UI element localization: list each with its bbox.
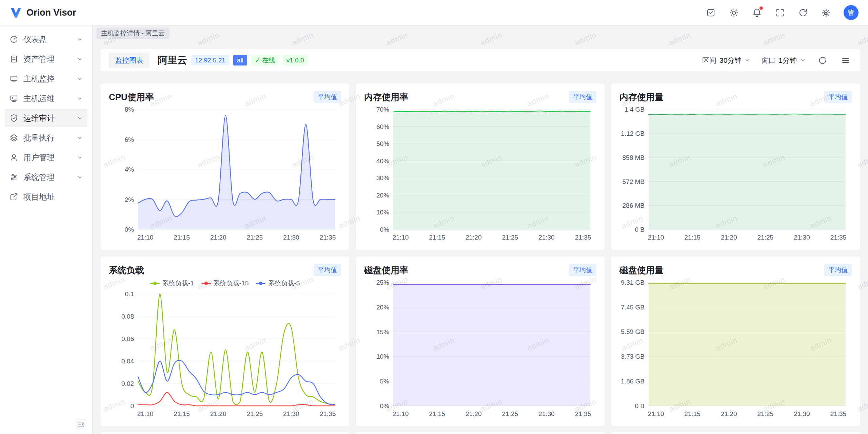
svg-text:5%: 5% bbox=[380, 378, 390, 385]
theme-toggle-button[interactable] bbox=[728, 7, 739, 18]
interval-select[interactable]: 区间 30分钟 bbox=[702, 56, 750, 65]
chart-title: CPU使用率 bbox=[109, 91, 154, 103]
host-name: 阿里云 bbox=[158, 54, 187, 67]
disk-usage-amount-chart: 0 B1.86 GB3.73 GB5.59 GB7.45 GB9.31 GB21… bbox=[619, 278, 852, 420]
sidebar-item-host-monitor[interactable]: 主机监控 bbox=[5, 70, 87, 88]
refresh-button[interactable] bbox=[797, 7, 808, 18]
layers-icon bbox=[9, 133, 18, 142]
check-icon: ✓ bbox=[255, 56, 260, 64]
svg-text:21:35: 21:35 bbox=[575, 234, 591, 241]
monitor-icon bbox=[9, 74, 18, 83]
notifications-button[interactable] bbox=[751, 7, 762, 18]
legend-label: 系统负载-15 bbox=[214, 279, 249, 288]
chevron-down-icon bbox=[77, 115, 83, 121]
legend-marker bbox=[256, 283, 265, 284]
check-square-icon bbox=[706, 8, 716, 18]
breadcrumb[interactable]: 主机监控详情 - 阿里云 bbox=[97, 27, 169, 39]
svg-text:21:30: 21:30 bbox=[538, 410, 555, 417]
sidebar-item-dashboard[interactable]: 仪表盘 bbox=[5, 30, 87, 49]
svg-text:21:15: 21:15 bbox=[429, 410, 445, 417]
svg-text:0.1: 0.1 bbox=[125, 290, 134, 298]
svg-text:50%: 50% bbox=[376, 140, 389, 147]
chart-title: 磁盘使用量 bbox=[619, 264, 664, 276]
chevron-down-icon bbox=[77, 96, 83, 101]
svg-text:0 B: 0 B bbox=[635, 402, 645, 410]
sidebar-item-host-ops[interactable]: 主机运维 bbox=[5, 89, 87, 108]
sidebar-item-assets[interactable]: 资产管理 bbox=[5, 50, 87, 68]
check-square-button[interactable] bbox=[705, 7, 716, 18]
gear-icon bbox=[821, 8, 831, 18]
svg-text:10%: 10% bbox=[376, 353, 389, 360]
settings-button[interactable] bbox=[821, 7, 831, 18]
legend-marker bbox=[201, 283, 211, 284]
chevron-down-icon bbox=[77, 155, 83, 161]
average-badge: 平均值 bbox=[824, 264, 852, 276]
window-select[interactable]: 窗口 1分钟 bbox=[761, 56, 806, 65]
svg-text:8%: 8% bbox=[125, 106, 134, 113]
sidebar-item-label: 批量执行 bbox=[23, 133, 77, 143]
svg-text:1.12 GB: 1.12 GB bbox=[621, 130, 645, 137]
svg-text:40%: 40% bbox=[376, 157, 389, 165]
svg-text:21:20: 21:20 bbox=[721, 234, 737, 241]
svg-text:21:20: 21:20 bbox=[466, 410, 482, 417]
sidebar-item-batch-exec[interactable]: 批量执行 bbox=[5, 129, 87, 147]
breadcrumb-row: 主机监控详情 - 阿里云 bbox=[97, 28, 860, 38]
svg-text:21:25: 21:25 bbox=[757, 234, 774, 241]
svg-text:21:20: 21:20 bbox=[466, 234, 482, 241]
svg-text:21:30: 21:30 bbox=[283, 410, 299, 417]
legend-item[interactable]: 系统负载-15 bbox=[201, 279, 249, 288]
svg-text:10%: 10% bbox=[376, 209, 389, 216]
legend-label: 系统负载-5 bbox=[268, 279, 300, 288]
legend-marker bbox=[150, 283, 160, 284]
toolbar-controls: 区间 30分钟 窗口 1分钟 bbox=[702, 54, 852, 67]
sidebar-item-label: 资产管理 bbox=[23, 54, 77, 64]
chart-card-cpu-usage: CPU使用率 平均值 0%2%4%6%8%21:1021:1521:2021:2… bbox=[101, 83, 349, 250]
sidebar-item-users[interactable]: 用户管理 bbox=[5, 148, 87, 167]
svg-text:21:10: 21:10 bbox=[648, 234, 664, 241]
window-label: 窗口 bbox=[761, 56, 775, 65]
interval-label: 区间 bbox=[702, 56, 716, 65]
menu-icon bbox=[841, 56, 850, 65]
svg-text:1.86 GB: 1.86 GB bbox=[621, 378, 645, 385]
average-badge: 平均值 bbox=[314, 91, 341, 103]
sidebar-item-ops-audit[interactable]: 运维审计 bbox=[5, 109, 87, 127]
legend-item[interactable]: 系统负载-1 bbox=[150, 279, 194, 288]
svg-text:7.45 GB: 7.45 GB bbox=[621, 304, 645, 311]
collapse-sidebar-button[interactable] bbox=[75, 418, 87, 430]
svg-text:0.06: 0.06 bbox=[121, 335, 134, 342]
svg-text:858 MB: 858 MB bbox=[623, 154, 645, 161]
legend-item[interactable]: 系统负载-5 bbox=[256, 279, 300, 288]
svg-text:0%: 0% bbox=[125, 226, 134, 233]
legend-label: 系统负载-1 bbox=[162, 279, 194, 288]
chart-list-button[interactable] bbox=[840, 54, 852, 67]
svg-text:572 MB: 572 MB bbox=[623, 178, 645, 185]
svg-text:0%: 0% bbox=[380, 226, 390, 233]
chart-title: 内存使用率 bbox=[364, 91, 408, 103]
svg-text:21:10: 21:10 bbox=[137, 234, 154, 241]
book-icon bbox=[9, 55, 18, 63]
memory-usage-amount-chart: 0 B286 MB572 MB858 MB1.12 GB1.4 GB21:102… bbox=[619, 105, 852, 244]
refresh-charts-button[interactable] bbox=[816, 54, 829, 67]
sidebar-item-project-url[interactable]: 项目地址 bbox=[5, 188, 87, 206]
host-ip-tag: 12.92.5.21 bbox=[191, 55, 229, 65]
svg-text:21:10: 21:10 bbox=[137, 410, 154, 417]
user-icon bbox=[9, 153, 18, 162]
average-badge: 平均值 bbox=[569, 91, 596, 103]
chart-title: 内存使用量 bbox=[619, 91, 664, 103]
svg-text:21:15: 21:15 bbox=[684, 410, 701, 417]
brand[interactable]: Orion Visor bbox=[9, 6, 76, 19]
svg-text:21:25: 21:25 bbox=[247, 234, 263, 241]
chart-card-partial bbox=[611, 432, 860, 434]
sidebar-item-system[interactable]: 系统管理 bbox=[5, 168, 87, 186]
chevron-down-icon bbox=[77, 76, 83, 82]
host-toolbar: 监控图表 阿里云 12.92.5.21 ali ✓在线 v1.0.0 区间 30… bbox=[101, 49, 860, 71]
window-value: 1分钟 bbox=[778, 56, 797, 65]
navbar-actions: 管 bbox=[705, 5, 859, 20]
svg-text:21:25: 21:25 bbox=[757, 410, 774, 417]
monitor-chart-button[interactable]: 监控图表 bbox=[109, 53, 150, 68]
dashboard-gauge-icon bbox=[9, 35, 18, 44]
svg-text:4%: 4% bbox=[125, 166, 134, 173]
avatar[interactable]: 管 bbox=[844, 5, 859, 20]
chevron-down-icon bbox=[77, 135, 83, 141]
fullscreen-button[interactable] bbox=[774, 7, 785, 18]
